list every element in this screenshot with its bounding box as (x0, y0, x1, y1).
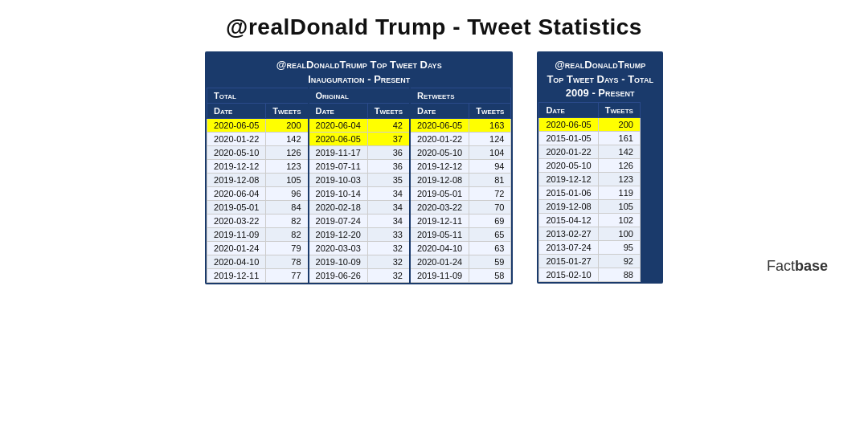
table-row: 163 (469, 119, 511, 133)
table-row: 2019-12-08 (539, 199, 598, 213)
col-group-original: Original (309, 88, 410, 104)
fact-text: Fact (767, 258, 795, 274)
table-row: 59 (469, 255, 511, 269)
table-row: 34 (367, 187, 410, 201)
table-row: 2020-06-05 (539, 117, 598, 131)
left-table-title: @realDonaldTrump Top Tweet Days Inaugura… (207, 53, 511, 88)
table-row: 102 (598, 213, 640, 227)
table-row: 88 (598, 268, 640, 281)
th-rt-date: Date (410, 104, 469, 119)
th-tweets: Tweets (598, 102, 640, 117)
left-table: @realDonaldTrump Top Tweet Days Inaugura… (205, 51, 513, 284)
table-row: 92 (598, 254, 640, 268)
table-row: 2019-10-09 (309, 255, 368, 269)
table-row: 2019-10-03 (309, 174, 368, 187)
table-row: 2015-02-10 (539, 268, 598, 281)
table-row: 36 (367, 160, 410, 174)
table-row: 81 (469, 174, 511, 187)
table-row: 2019-07-11 (309, 160, 368, 174)
table-row: 2020-01-24 (207, 242, 266, 255)
table-row: 78 (266, 255, 309, 269)
th-total-date: Date (207, 104, 266, 119)
table-row: 32 (367, 242, 410, 255)
th-orig-date: Date (309, 104, 368, 119)
table-row: 119 (598, 186, 640, 199)
table-row: 2019-12-12 (539, 172, 598, 186)
table-row: 2013-02-27 (539, 227, 598, 240)
table-row: 2019-12-12 (410, 160, 469, 174)
table-row: 2019-11-17 (309, 146, 368, 160)
table-row: 34 (367, 201, 410, 214)
th-orig-tweets: Tweets (367, 104, 410, 119)
table-row: 33 (367, 228, 410, 242)
table-row: 2019-05-01 (410, 187, 469, 201)
table-row: 2019-05-11 (410, 228, 469, 242)
table-row: 2020-03-03 (309, 242, 368, 255)
th-date: Date (539, 102, 598, 117)
table-row: 2020-06-05 (309, 133, 368, 146)
left-data-table: Total Original Retweets Date Tweets Date… (207, 88, 511, 283)
table-row: 2020-05-10 (539, 158, 598, 172)
table-row: 32 (367, 255, 410, 269)
table-row: 2019-06-26 (309, 269, 368, 283)
table-row: 104 (469, 146, 511, 160)
table-row: 142 (598, 145, 640, 158)
table-row: 2020-01-22 (207, 133, 266, 146)
table-row: 123 (266, 160, 309, 174)
right-table-title: @realDonaldTrump Top Tweet Days - Total … (538, 53, 661, 102)
table-row: 2015-01-05 (539, 131, 598, 145)
base-text: base (795, 258, 828, 274)
table-row: 2020-05-10 (410, 146, 469, 160)
table-row: 2015-01-06 (539, 186, 598, 199)
th-total-tweets: Tweets (266, 104, 309, 119)
table-row: 2020-06-04 (309, 119, 368, 133)
table-row: 2020-04-10 (207, 255, 266, 269)
table-row: 70 (469, 201, 511, 214)
table-row: 42 (367, 119, 410, 133)
table-row: 36 (367, 146, 410, 160)
table-row: 2019-11-09 (207, 228, 266, 242)
table-row: 124 (469, 133, 511, 146)
table-row: 2015-01-27 (539, 254, 598, 268)
table-row: 72 (469, 187, 511, 201)
right-data-table: Date Tweets 2020-06-052002015-01-0516120… (538, 102, 640, 282)
table-row: 2019-12-11 (410, 214, 469, 228)
table-row: 35 (367, 174, 410, 187)
table-row: 2013-07-24 (539, 240, 598, 254)
table-row: 2020-03-22 (410, 201, 469, 214)
table-row: 2020-06-05 (207, 119, 266, 133)
table-row: 2015-04-12 (539, 213, 598, 227)
table-row: 2020-01-24 (410, 255, 469, 269)
table-row: 2019-10-14 (309, 187, 368, 201)
table-row: 2020-02-18 (309, 201, 368, 214)
table-row: 69 (469, 214, 511, 228)
table-row: 95 (598, 240, 640, 254)
factbase-logo: Factbase (767, 258, 828, 275)
table-row: 126 (266, 146, 309, 160)
table-row: 2020-04-10 (410, 242, 469, 255)
table-row: 200 (266, 119, 309, 133)
th-rt-tweets: Tweets (469, 104, 511, 119)
table-row: 2019-12-20 (309, 228, 368, 242)
table-row: 100 (598, 227, 640, 240)
col-group-retweets: Retweets (410, 88, 511, 104)
table-row: 2019-12-08 (207, 174, 266, 187)
table-row: 142 (266, 133, 309, 146)
table-row: 105 (266, 174, 309, 187)
table-row: 2019-12-11 (207, 269, 266, 283)
table-row: 84 (266, 201, 309, 214)
table-row: 126 (598, 158, 640, 172)
table-row: 34 (367, 214, 410, 228)
table-row: 94 (469, 160, 511, 174)
table-row: 82 (266, 228, 309, 242)
table-row: 58 (469, 269, 511, 283)
table-row: 79 (266, 242, 309, 255)
table-row: 2020-05-10 (207, 146, 266, 160)
right-table: @realDonaldTrump Top Tweet Days - Total … (537, 51, 663, 284)
table-row: 123 (598, 172, 640, 186)
table-row: 2019-07-24 (309, 214, 368, 228)
table-row: 96 (266, 187, 309, 201)
table-row: 37 (367, 133, 410, 146)
table-row: 63 (469, 242, 511, 255)
table-row: 77 (266, 269, 309, 283)
